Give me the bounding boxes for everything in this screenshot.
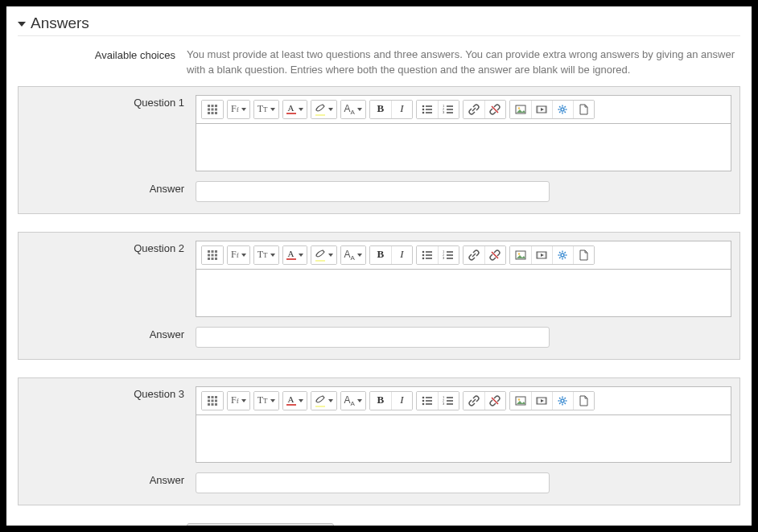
- number-list-icon[interactable]: 123: [438, 101, 459, 118]
- file-icon[interactable]: [573, 101, 594, 118]
- italic-icon[interactable]: I: [391, 101, 412, 118]
- svg-line-69: [565, 257, 566, 258]
- svg-line-34: [559, 111, 560, 112]
- svg-line-93: [492, 398, 498, 404]
- svg-rect-48: [426, 254, 432, 256]
- font-color-icon[interactable]: A: [283, 246, 307, 264]
- gear-icon[interactable]: [552, 246, 573, 264]
- gear-icon[interactable]: [552, 101, 573, 118]
- svg-rect-54: [447, 254, 453, 256]
- bold-icon[interactable]: B: [370, 246, 391, 264]
- toolbar-group: [201, 100, 224, 119]
- font-size-icon[interactable]: TT: [254, 246, 278, 264]
- link-icon[interactable]: [463, 246, 484, 264]
- toolbar-group: BI: [369, 391, 413, 410]
- svg-line-33: [565, 111, 566, 112]
- media-icon[interactable]: [531, 246, 552, 264]
- font-color-icon[interactable]: A: [283, 101, 307, 118]
- add-blanks-button[interactable]: Blanks for 3 more questions: [187, 523, 334, 526]
- svg-rect-37: [212, 250, 214, 253]
- font-family-icon[interactable]: Ff: [228, 246, 249, 264]
- chevron-down-icon: [241, 399, 246, 402]
- toolbar-group: 123: [416, 100, 459, 119]
- toolbar-group: [463, 245, 506, 265]
- subscript-icon[interactable]: AA: [341, 246, 365, 264]
- toggle-toolbar-icon[interactable]: [202, 101, 223, 118]
- bullet-list-icon[interactable]: [417, 101, 438, 118]
- brush-icon[interactable]: [311, 101, 336, 118]
- svg-point-23: [518, 107, 520, 109]
- bold-icon[interactable]: B: [370, 101, 391, 118]
- question-editor: FfTTAAABI123: [196, 241, 731, 317]
- svg-rect-86: [426, 403, 432, 405]
- chevron-down-icon: [299, 254, 303, 257]
- toolbar-group: 123: [416, 245, 459, 265]
- svg-rect-50: [426, 258, 432, 259]
- brush-icon[interactable]: [311, 392, 336, 410]
- question-editor-area[interactable]: [196, 415, 731, 462]
- media-icon[interactable]: [531, 392, 552, 410]
- unlink-icon[interactable]: [484, 246, 505, 264]
- gear-icon[interactable]: [552, 392, 573, 410]
- chevron-down-icon: [299, 399, 303, 402]
- answer-input[interactable]: [196, 181, 550, 202]
- image-icon[interactable]: [510, 101, 531, 118]
- svg-rect-26: [545, 106, 546, 113]
- question-block: Question 3FfTTAAABI123Answer: [18, 377, 740, 505]
- font-family-icon[interactable]: Ff: [228, 101, 249, 118]
- svg-rect-56: [447, 258, 453, 259]
- unlink-icon[interactable]: [484, 101, 505, 118]
- chevron-down-icon: [270, 399, 275, 402]
- toggle-toolbar-icon[interactable]: [202, 392, 223, 410]
- number-list-icon[interactable]: 123: [438, 246, 459, 264]
- toolbar-group: BI: [369, 100, 413, 119]
- chevron-down-icon: [241, 254, 246, 257]
- number-list-icon[interactable]: 123: [438, 392, 459, 410]
- italic-icon[interactable]: I: [391, 246, 412, 264]
- toggle-toolbar-icon[interactable]: [202, 246, 223, 264]
- question-editor-area[interactable]: [196, 270, 731, 316]
- svg-rect-16: [447, 105, 453, 107]
- svg-line-57: [492, 252, 498, 258]
- link-icon[interactable]: [463, 101, 484, 118]
- answers-section-header[interactable]: Answers: [18, 14, 740, 36]
- question-editor-area[interactable]: [196, 124, 731, 171]
- unlink-icon[interactable]: [484, 392, 505, 410]
- toolbar-group: [201, 391, 224, 410]
- bullet-list-icon[interactable]: [417, 392, 438, 410]
- answer-input[interactable]: [196, 472, 550, 493]
- image-icon[interactable]: [510, 392, 531, 410]
- svg-rect-92: [447, 403, 453, 405]
- font-family-icon[interactable]: Ff: [228, 392, 249, 410]
- svg-point-81: [422, 396, 425, 398]
- bold-icon[interactable]: B: [370, 392, 391, 410]
- file-icon[interactable]: [573, 246, 594, 264]
- toolbar-group: TT: [253, 100, 279, 119]
- bullet-list-icon[interactable]: [417, 246, 438, 264]
- font-color-icon[interactable]: A: [283, 392, 307, 410]
- subscript-icon[interactable]: AA: [341, 101, 365, 118]
- svg-rect-97: [537, 398, 538, 404]
- media-icon[interactable]: [531, 101, 552, 118]
- link-icon[interactable]: [463, 392, 484, 410]
- brush-icon[interactable]: [311, 246, 336, 264]
- file-icon[interactable]: [573, 392, 594, 410]
- toolbar-group: [311, 391, 337, 410]
- font-size-icon[interactable]: TT: [254, 392, 278, 410]
- svg-point-99: [561, 399, 564, 402]
- svg-rect-78: [208, 403, 210, 406]
- answer-input[interactable]: [196, 327, 550, 348]
- answer-label: Answer: [27, 472, 196, 486]
- svg-rect-41: [215, 254, 217, 256]
- toolbar-group: Ff: [227, 245, 250, 265]
- subscript-icon[interactable]: AA: [341, 392, 365, 410]
- toolbar-group: AA: [340, 245, 366, 265]
- svg-line-104: [559, 398, 560, 398]
- question-label: Question 3: [27, 386, 196, 400]
- svg-rect-74: [215, 396, 217, 398]
- font-size-icon[interactable]: TT: [254, 101, 278, 118]
- image-icon[interactable]: [510, 246, 531, 264]
- chevron-down-icon: [328, 108, 333, 111]
- svg-line-107: [565, 398, 566, 398]
- italic-icon[interactable]: I: [391, 392, 412, 410]
